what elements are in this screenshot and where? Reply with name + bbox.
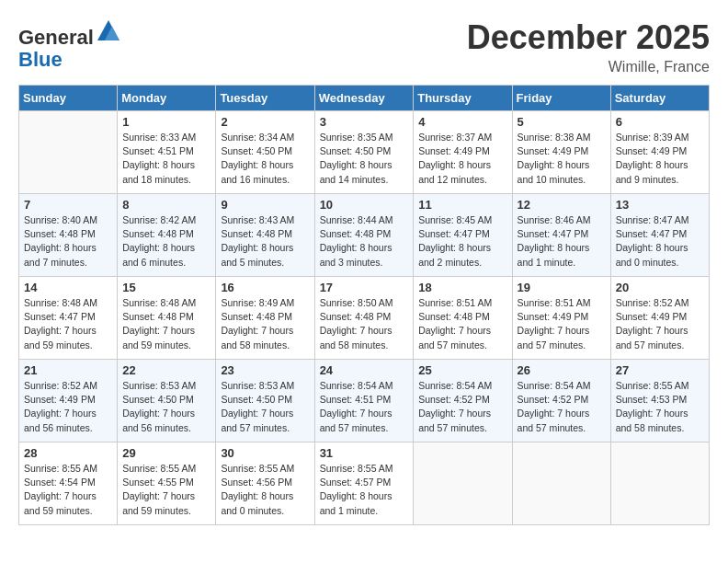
day-info: Sunrise: 8:51 AM Sunset: 4:48 PM Dayligh…	[418, 296, 506, 352]
logo-icon	[96, 18, 121, 44]
day-number: 2	[221, 115, 309, 129]
title-block: December 2025 Wimille, France	[467, 18, 710, 75]
day-number: 22	[122, 363, 210, 377]
calendar-cell: 5Sunrise: 8:38 AM Sunset: 4:49 PM Daylig…	[512, 111, 610, 194]
calendar-cell: 27Sunrise: 8:55 AM Sunset: 4:53 PM Dayli…	[610, 360, 709, 442]
day-number: 20	[616, 281, 704, 294]
calendar-cell: 16Sunrise: 8:49 AM Sunset: 4:48 PM Dayli…	[216, 277, 314, 360]
logo: General Blue	[18, 18, 121, 71]
day-number: 7	[24, 198, 112, 212]
day-number: 10	[320, 198, 409, 212]
day-number: 23	[221, 363, 309, 377]
calendar-cell: 4Sunrise: 8:37 AM Sunset: 4:49 PM Daylig…	[414, 111, 512, 194]
calendar-cell: 24Sunrise: 8:54 AM Sunset: 4:51 PM Dayli…	[314, 360, 414, 442]
day-number: 4	[418, 115, 506, 129]
day-number: 27	[616, 363, 704, 377]
logo-general: General	[18, 26, 94, 49]
header-row: SundayMondayTuesdayWednesdayThursdayFrid…	[19, 86, 710, 111]
day-number: 8	[122, 198, 210, 212]
day-number: 18	[418, 281, 506, 294]
day-number: 24	[320, 363, 409, 377]
week-row-3: 14Sunrise: 8:48 AM Sunset: 4:47 PM Dayli…	[19, 277, 710, 360]
day-number: 13	[616, 198, 704, 212]
calendar-cell: 8Sunrise: 8:42 AM Sunset: 4:48 PM Daylig…	[118, 194, 216, 277]
day-number: 12	[518, 198, 606, 212]
day-number: 3	[320, 115, 409, 129]
calendar-cell: 18Sunrise: 8:51 AM Sunset: 4:48 PM Dayli…	[414, 277, 512, 360]
day-info: Sunrise: 8:51 AM Sunset: 4:49 PM Dayligh…	[518, 296, 606, 352]
calendar-cell: 9Sunrise: 8:43 AM Sunset: 4:48 PM Daylig…	[216, 194, 314, 277]
day-number: 29	[122, 446, 210, 460]
calendar-cell: 23Sunrise: 8:53 AM Sunset: 4:50 PM Dayli…	[216, 360, 314, 442]
day-number: 16	[221, 281, 309, 294]
day-info: Sunrise: 8:50 AM Sunset: 4:48 PM Dayligh…	[320, 296, 409, 352]
day-info: Sunrise: 8:55 AM Sunset: 4:56 PM Dayligh…	[221, 462, 309, 518]
calendar-cell: 6Sunrise: 8:39 AM Sunset: 4:49 PM Daylig…	[610, 111, 709, 194]
day-number: 14	[24, 281, 112, 294]
day-info: Sunrise: 8:33 AM Sunset: 4:51 PM Dayligh…	[122, 131, 210, 187]
day-info: Sunrise: 8:43 AM Sunset: 4:48 PM Dayligh…	[221, 213, 309, 270]
day-info: Sunrise: 8:53 AM Sunset: 4:50 PM Dayligh…	[221, 379, 309, 435]
day-info: Sunrise: 8:54 AM Sunset: 4:51 PM Dayligh…	[320, 379, 409, 435]
calendar-cell: 22Sunrise: 8:53 AM Sunset: 4:50 PM Dayli…	[118, 360, 216, 442]
day-number: 11	[418, 198, 506, 212]
calendar-cell: 7Sunrise: 8:40 AM Sunset: 4:48 PM Daylig…	[19, 194, 118, 277]
day-info: Sunrise: 8:35 AM Sunset: 4:50 PM Dayligh…	[320, 131, 409, 187]
calendar-cell: 25Sunrise: 8:54 AM Sunset: 4:52 PM Dayli…	[414, 360, 512, 442]
calendar-cell	[19, 111, 118, 194]
calendar-cell: 20Sunrise: 8:52 AM Sunset: 4:49 PM Dayli…	[610, 277, 709, 360]
week-row-2: 7Sunrise: 8:40 AM Sunset: 4:48 PM Daylig…	[19, 194, 710, 277]
calendar-cell: 1Sunrise: 8:33 AM Sunset: 4:51 PM Daylig…	[118, 111, 216, 194]
calendar-cell: 14Sunrise: 8:48 AM Sunset: 4:47 PM Dayli…	[19, 277, 118, 360]
day-info: Sunrise: 8:47 AM Sunset: 4:47 PM Dayligh…	[616, 213, 704, 270]
day-number: 6	[616, 115, 704, 129]
day-info: Sunrise: 8:54 AM Sunset: 4:52 PM Dayligh…	[518, 379, 606, 435]
day-number: 9	[221, 198, 309, 212]
calendar-cell: 13Sunrise: 8:47 AM Sunset: 4:47 PM Dayli…	[610, 194, 709, 277]
calendar-cell: 17Sunrise: 8:50 AM Sunset: 4:48 PM Dayli…	[314, 277, 414, 360]
day-info: Sunrise: 8:40 AM Sunset: 4:48 PM Dayligh…	[24, 213, 112, 270]
day-info: Sunrise: 8:53 AM Sunset: 4:50 PM Dayligh…	[122, 379, 210, 435]
day-number: 25	[418, 363, 506, 377]
calendar-cell: 31Sunrise: 8:55 AM Sunset: 4:57 PM Dayli…	[314, 442, 414, 525]
day-number: 26	[518, 363, 606, 377]
day-info: Sunrise: 8:55 AM Sunset: 4:57 PM Dayligh…	[320, 462, 409, 518]
day-info: Sunrise: 8:45 AM Sunset: 4:47 PM Dayligh…	[418, 213, 506, 270]
calendar-cell: 2Sunrise: 8:34 AM Sunset: 4:50 PM Daylig…	[216, 111, 314, 194]
day-info: Sunrise: 8:34 AM Sunset: 4:50 PM Dayligh…	[221, 131, 309, 187]
header-cell-thursday: Thursday	[414, 86, 512, 111]
page-header: General Blue December 2025 Wimille, Fran…	[18, 18, 710, 75]
location: Wimille, France	[467, 59, 710, 75]
day-number: 17	[320, 281, 409, 294]
calendar-cell	[610, 442, 709, 525]
day-number: 19	[518, 281, 606, 294]
calendar-cell: 29Sunrise: 8:55 AM Sunset: 4:55 PM Dayli…	[118, 442, 216, 525]
header-cell-monday: Monday	[118, 86, 216, 111]
calendar-cell: 26Sunrise: 8:54 AM Sunset: 4:52 PM Dayli…	[512, 360, 610, 442]
day-info: Sunrise: 8:55 AM Sunset: 4:53 PM Dayligh…	[616, 379, 704, 435]
header-cell-tuesday: Tuesday	[216, 86, 314, 111]
week-row-4: 21Sunrise: 8:52 AM Sunset: 4:49 PM Dayli…	[19, 360, 710, 442]
calendar-cell: 21Sunrise: 8:52 AM Sunset: 4:49 PM Dayli…	[19, 360, 118, 442]
day-info: Sunrise: 8:38 AM Sunset: 4:49 PM Dayligh…	[518, 131, 606, 187]
calendar-cell: 11Sunrise: 8:45 AM Sunset: 4:47 PM Dayli…	[414, 194, 512, 277]
day-info: Sunrise: 8:44 AM Sunset: 4:48 PM Dayligh…	[320, 213, 409, 270]
day-info: Sunrise: 8:42 AM Sunset: 4:48 PM Dayligh…	[122, 213, 210, 270]
week-row-1: 1Sunrise: 8:33 AM Sunset: 4:51 PM Daylig…	[19, 111, 710, 194]
day-number: 28	[24, 446, 112, 460]
calendar-table: SundayMondayTuesdayWednesdayThursdayFrid…	[18, 85, 710, 525]
day-number: 15	[122, 281, 210, 294]
day-info: Sunrise: 8:48 AM Sunset: 4:47 PM Dayligh…	[24, 296, 112, 352]
day-info: Sunrise: 8:37 AM Sunset: 4:49 PM Dayligh…	[418, 131, 506, 187]
day-number: 5	[518, 115, 606, 129]
day-number: 31	[320, 446, 409, 460]
calendar-cell: 3Sunrise: 8:35 AM Sunset: 4:50 PM Daylig…	[314, 111, 414, 194]
header-cell-friday: Friday	[512, 86, 610, 111]
calendar-cell: 28Sunrise: 8:55 AM Sunset: 4:54 PM Dayli…	[19, 442, 118, 525]
header-cell-saturday: Saturday	[610, 86, 709, 111]
day-info: Sunrise: 8:39 AM Sunset: 4:49 PM Dayligh…	[616, 131, 704, 187]
day-info: Sunrise: 8:49 AM Sunset: 4:48 PM Dayligh…	[221, 296, 309, 352]
calendar-cell	[512, 442, 610, 525]
day-info: Sunrise: 8:55 AM Sunset: 4:55 PM Dayligh…	[122, 462, 210, 518]
header-cell-wednesday: Wednesday	[314, 86, 414, 111]
